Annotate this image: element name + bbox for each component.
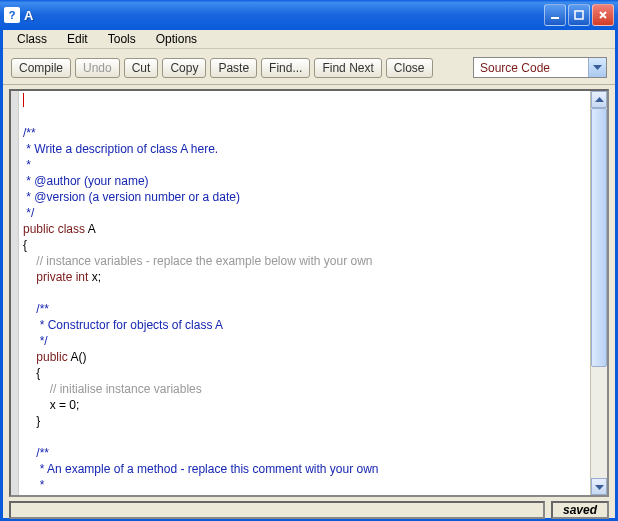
code-line: * [23,158,34,172]
menubar: Class Edit Tools Options [3,30,615,49]
code-line: */ [23,206,34,220]
code-line: { [23,238,27,252]
code-line: { [23,366,40,380]
menu-class[interactable]: Class [9,30,55,48]
code-token: int [76,270,92,284]
maximize-button[interactable] [568,4,590,26]
chevron-down-icon[interactable] [588,58,606,77]
svg-rect-1 [575,11,583,19]
editor-gutter [11,91,19,495]
code-editor[interactable]: /** * Write a description of class A her… [9,89,609,497]
close-button[interactable]: Close [386,58,433,78]
minimize-button[interactable] [544,4,566,26]
code-content[interactable]: /** * Write a description of class A her… [19,91,590,495]
code-line: * @author (your name) [23,174,152,188]
cut-button[interactable]: Cut [124,58,159,78]
code-line: /** [23,302,49,316]
code-line: * [23,478,48,492]
menu-edit[interactable]: Edit [59,30,96,48]
find-button[interactable]: Find... [261,58,310,78]
titlebar: ? A [0,0,618,30]
code-line: /** [23,126,36,140]
code-line: /** [23,446,49,460]
svg-rect-0 [551,17,559,19]
close-window-button[interactable] [592,4,614,26]
code-token: A() [70,350,86,364]
code-token: public [23,350,70,364]
statusbar: saved [9,501,609,519]
scroll-down-icon[interactable] [591,478,607,495]
code-token: public [23,222,58,236]
code-line: // initialise instance variables [23,382,202,396]
code-line: } [23,414,40,428]
saved-indicator: saved [551,501,609,519]
code-line: * Write a description of class A here. [23,142,218,156]
scroll-thumb[interactable] [591,108,607,367]
menu-tools[interactable]: Tools [100,30,144,48]
code-line: // instance variables - replace the exam… [23,254,373,268]
code-token: x; [92,270,101,284]
paste-button[interactable]: Paste [210,58,257,78]
code-token: class [58,222,88,236]
vertical-scrollbar[interactable] [590,91,607,495]
text-cursor [23,93,24,107]
scroll-up-icon[interactable] [591,91,607,108]
toolbar: Compile Undo Cut Copy Paste Find... Find… [3,49,615,85]
status-message [9,501,545,519]
code-line: */ [23,334,48,348]
code-line: x = 0; [23,398,79,412]
app-icon: ? [4,7,20,23]
undo-button[interactable]: Undo [75,58,120,78]
find-next-button[interactable]: Find Next [314,58,381,78]
compile-button[interactable]: Compile [11,58,71,78]
code-token: private [23,270,76,284]
scroll-track[interactable] [591,108,607,478]
window-title: A [24,8,33,23]
code-line: * An example of a method - replace this … [23,462,379,476]
code-token: A [88,222,96,236]
menu-options[interactable]: Options [148,30,205,48]
code-line: * Constructor for objects of class A [23,318,223,332]
copy-button[interactable]: Copy [162,58,206,78]
view-dropdown[interactable]: Source Code [473,57,607,78]
code-line: * @version (a version number or a date) [23,190,240,204]
view-dropdown-label: Source Code [474,61,588,75]
